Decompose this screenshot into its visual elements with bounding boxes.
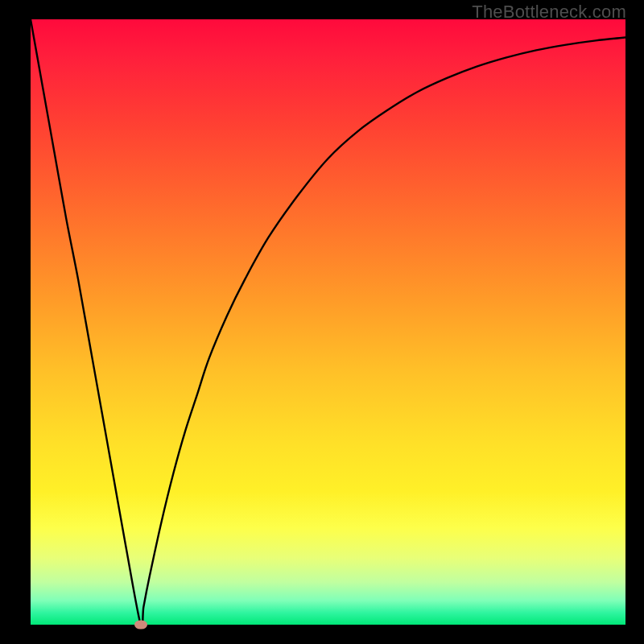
plot-area [31,19,625,625]
curve-svg [31,19,625,625]
optimal-point-marker [134,621,147,630]
bottleneck-curve [31,19,625,625]
